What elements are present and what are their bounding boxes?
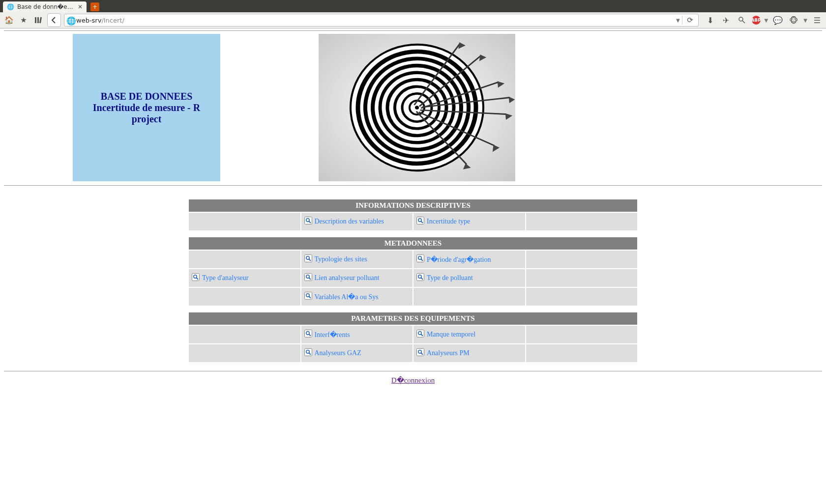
address-bar[interactable]: 🌐 web-srv/Incert/ ▼ ⟳ [64,14,699,27]
bookmark-star-icon[interactable]: ★ [18,14,30,26]
table-link[interactable]: Analyseurs GAZ [315,349,361,357]
svg-rect-48 [417,274,424,281]
table-cell: Interf�rents [301,326,413,343]
table-cell [526,213,638,230]
download-icon[interactable]: ⬇ [705,14,716,26]
table-cell: Description des variables [301,213,413,230]
hamburger-menu-icon[interactable]: ☰ [811,14,823,26]
table-link[interactable]: Analyseurs PM [427,349,470,357]
magnify-icon [304,217,312,226]
magnify-icon [304,254,312,264]
table-cell: Incertitude type [413,213,525,230]
table-link[interactable]: Interf�rents [315,331,350,339]
section-header: METADONNEES [189,237,637,250]
monkey-chevron-icon[interactable]: ▼ [803,18,807,23]
magnify-icon [304,348,312,358]
magnify-ext-icon[interactable] [736,14,748,26]
table-link[interactable]: P�riode d'agr�gation [427,255,491,264]
browser-tab[interactable]: 🌐 Base de donn�es INCE... ✕ [3,1,87,12]
svg-rect-33 [417,217,424,224]
svg-rect-0 [35,17,36,23]
table-link[interactable]: Lien analyseur polluant [315,274,380,282]
reload-icon[interactable]: ⟳ [684,14,696,26]
table-cell [189,288,300,306]
logout-link[interactable]: D�connexion [391,376,435,384]
logout-row: D�connexion [4,375,822,385]
header-row: BASE DE DONNEES Incertitude de mesure - … [4,34,822,181]
tables-container: INFORMATIONS DESCRIPTIVES Description de… [189,199,637,362]
svg-rect-60 [304,349,312,356]
table-cell: Lien analyseur polluant [301,269,413,287]
magnify-icon [416,217,424,226]
chat-icon[interactable]: 💬 [772,14,784,26]
svg-point-3 [739,17,743,21]
table-cell: P�riode d'agr�gation [413,251,525,268]
svg-rect-45 [304,274,312,281]
divider-mid [4,185,822,186]
section-header: PARAMETRES DES EQUIPEMENTS [189,312,637,325]
table-cell [189,344,300,362]
magnify-icon [304,273,312,283]
abp-chevron-icon[interactable]: ▼ [765,18,768,23]
table-link[interactable]: Type d'analyseur [202,274,248,282]
section-grid: Interf�rents Manque temporel Analyseurs … [189,326,637,362]
table-cell: Typologie des sites [301,251,413,268]
table-cell: Type de polluant [413,269,525,287]
toolbar-right: ⬇ ✈ ABP ▼ 💬 🐵 ▼ ☰ [705,14,823,26]
send-icon[interactable]: ✈ [720,14,732,26]
table-link[interactable]: Variables Al�a ou Sys [315,293,379,301]
svg-rect-57 [417,330,424,337]
tab-close-icon[interactable]: ✕ [78,3,83,10]
svg-rect-2 [39,17,42,23]
svg-rect-51 [304,292,312,300]
table-cell [189,251,300,268]
svg-rect-36 [304,255,312,262]
url-text: web-srv/Incert/ [76,17,674,24]
tab-title: Base de donn�es INCE... [17,3,75,10]
magnify-icon [304,292,312,302]
browser-toolbar: 🏠 ★ 🌐 web-srv/Incert/ ▼ ⟳ ⬇ ✈ ABP ▼ 💬 🐵 … [0,12,826,28]
table-cell: Analyseurs GAZ [301,344,413,362]
table-link[interactable]: Typologie des sites [315,255,367,263]
table-link[interactable]: Incertitude type [427,218,470,225]
globe-icon: 🌐 [66,16,74,24]
svg-rect-1 [37,17,39,23]
table-cell [189,213,300,230]
svg-line-4 [742,21,745,23]
section-grid: Typologie des sites P�riode d'agr�gation… [189,251,637,306]
table-link[interactable]: Manque temporel [427,331,475,338]
table-cell [189,326,300,343]
magnify-icon [416,348,424,358]
magnify-icon [416,330,424,339]
magnify-icon [192,273,200,283]
table-cell [526,251,638,268]
history-dropdown-icon[interactable]: ▼ [676,18,680,23]
divider-bottom [4,371,822,371]
table-cell: Analyseurs PM [413,344,525,362]
title-line-1: BASE DE DONNEES [93,91,200,102]
magnify-icon [416,273,424,283]
section-grid: Description des variables Incertitude ty… [189,213,637,230]
table-cell [526,269,638,287]
tab-favicon: 🌐 [7,3,14,10]
table-link[interactable]: Description des variables [315,218,384,225]
magnify-icon [416,254,424,264]
magnify-icon [304,330,312,339]
title-line-3: project [93,113,200,125]
section-header: INFORMATIONS DESCRIPTIVES [189,199,637,212]
back-button[interactable] [47,13,61,27]
svg-rect-39 [417,255,424,262]
adblock-icon[interactable]: ABP [752,16,761,25]
library-icon[interactable] [32,14,44,26]
table-link[interactable]: Type de polluant [427,274,473,282]
divider-top [4,30,822,31]
table-cell: Type d'analyseur [189,269,300,287]
home-icon[interactable]: 🏠 [3,14,15,26]
svg-rect-42 [192,274,200,281]
monkey-icon[interactable]: 🐵 [788,14,799,26]
tab-strip: 🌐 Base de donn�es INCE... ✕ + [0,0,826,12]
table-cell [526,288,638,306]
new-tab-button[interactable]: + [90,2,99,11]
table-cell [526,344,638,362]
svg-rect-63 [417,349,424,356]
